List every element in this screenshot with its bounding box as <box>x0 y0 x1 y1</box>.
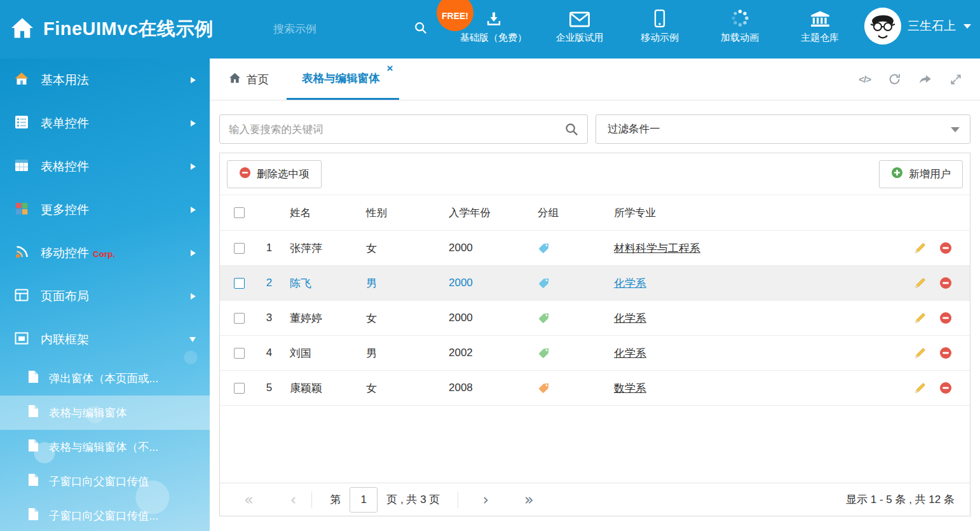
sidebar-subitem-grid-edit-window[interactable]: 表格与编辑窗体 <box>0 396 210 430</box>
delete-selected-button[interactable]: 删除选中项 <box>227 160 322 188</box>
sidebar-item-label: 基本用法 <box>41 72 89 88</box>
edit-pencil-icon[interactable] <box>914 312 927 324</box>
sidebar-item-label: 表单控件 <box>41 115 89 132</box>
cell-gender: 女 <box>360 381 442 396</box>
delete-row-icon[interactable] <box>939 312 952 324</box>
mobile-icon <box>654 8 665 27</box>
major-link[interactable]: 化学系 <box>614 277 646 289</box>
chevron-right-icon <box>191 207 196 213</box>
minus-circle-icon <box>239 167 251 181</box>
sidebar-item-basic-usage[interactable]: 基本用法 <box>0 59 210 102</box>
select-all-checkbox[interactable] <box>234 207 245 218</box>
major-link[interactable]: 化学系 <box>614 347 646 359</box>
column-header-major[interactable]: 所学专业 <box>608 206 892 220</box>
keyword-search-input[interactable] <box>220 115 587 143</box>
sidebar-item-page-layout[interactable]: 页面布局 <box>0 275 210 318</box>
sidebar-item-iframe[interactable]: 内联框架 <box>0 318 210 361</box>
search-icon[interactable] <box>564 122 579 139</box>
sidebar-subitem-child-to-parent[interactable]: 子窗口向父窗口传值 <box>0 464 210 499</box>
row-checkbox[interactable] <box>234 243 245 254</box>
cell-year: 2008 <box>442 382 531 394</box>
tab-label: 首页 <box>247 72 269 87</box>
cell-name: 陈飞 <box>283 276 360 291</box>
sidebar-item-grid-controls[interactable]: 表格控件 <box>0 145 210 188</box>
major-link[interactable]: 化学系 <box>614 312 646 324</box>
tag-icon <box>538 277 550 289</box>
grid-empty-area <box>220 406 970 483</box>
source-code-icon[interactable]: </> <box>859 74 871 85</box>
nav-item-theme-store[interactable]: 主题仓库 <box>793 8 847 44</box>
nav-item-mobile-demo[interactable]: 移动示例 <box>632 8 687 44</box>
next-page-button[interactable]: › <box>482 492 489 507</box>
column-header-name[interactable]: 姓名 <box>283 206 360 220</box>
refresh-icon[interactable] <box>888 72 901 86</box>
cell-name: 张萍萍 <box>283 241 360 256</box>
page-prefix: 第 <box>330 492 341 507</box>
delete-row-icon[interactable] <box>939 382 952 394</box>
table-row[interactable]: 4 刘国 男 2002 化学系 <box>220 336 970 371</box>
sidebar-item-more-controls[interactable]: 更多控件 <box>0 188 210 231</box>
sidebar-item-mobile-controls[interactable]: 移动控件 Corp. <box>0 231 210 275</box>
page-number-input[interactable] <box>350 487 378 513</box>
file-icon <box>28 473 39 490</box>
filter-dropdown-value: 过滤条件一 <box>608 122 660 136</box>
last-page-button[interactable]: » <box>524 492 534 507</box>
delete-row-icon[interactable] <box>939 277 952 289</box>
chevron-down-icon <box>189 337 196 342</box>
header-search-input[interactable] <box>273 23 414 36</box>
major-link[interactable]: 数学系 <box>614 382 646 394</box>
sidebar-item-form-controls[interactable]: 表单控件 <box>0 102 210 145</box>
sidebar-item-label: 内联框架 <box>41 331 89 348</box>
close-icon[interactable]: × <box>387 63 393 74</box>
table-icon <box>14 158 29 176</box>
first-page-button[interactable]: « <box>244 492 254 507</box>
add-user-button[interactable]: 新增用户 <box>879 160 963 188</box>
edit-pencil-icon[interactable] <box>914 382 927 394</box>
row-checkbox[interactable] <box>234 348 245 359</box>
sidebar-subitem-label: 表格与编辑窗体 <box>49 405 127 420</box>
table-row[interactable]: 2 陈飞 男 2000 化学系 <box>220 266 970 301</box>
home-icon[interactable] <box>10 17 34 41</box>
filter-dropdown[interactable]: 过滤条件一 <box>595 114 970 144</box>
header-search <box>273 19 404 39</box>
bank-icon <box>810 8 830 27</box>
edit-pencil-icon[interactable] <box>914 347 927 359</box>
edit-pencil-icon[interactable] <box>914 277 927 289</box>
table-row[interactable]: 5 康颖颖 女 2008 数学系 <box>220 371 970 406</box>
column-header-year[interactable]: 入学年份 <box>442 206 531 220</box>
search-icon[interactable] <box>414 21 428 38</box>
row-checkbox[interactable] <box>234 383 245 394</box>
grid-panel: 删除选中项 新增用户 姓名 性别 入学年份 分组 所学专业 <box>219 153 970 516</box>
sidebar-subitem-child-to-parent-2[interactable]: 子窗口向父窗口传值... <box>0 499 210 531</box>
user-menu[interactable]: 三生石上 <box>864 8 971 45</box>
edit-pencil-icon[interactable] <box>914 242 927 254</box>
delete-row-icon[interactable] <box>939 242 952 254</box>
nav-item-loading-animation[interactable]: 加载动画 <box>712 8 767 44</box>
nav-item-enterprise-trial[interactable]: 企业版试用 <box>552 8 607 44</box>
row-checkbox[interactable] <box>234 278 245 289</box>
keyword-search <box>219 114 588 144</box>
row-index: 1 <box>255 242 283 254</box>
chevron-right-icon <box>191 163 196 170</box>
file-icon <box>28 370 39 387</box>
major-link[interactable]: 材料科学与工程系 <box>614 242 700 254</box>
column-header-gender[interactable]: 性别 <box>360 206 442 220</box>
sidebar-subitem-grid-edit-window-2[interactable]: 表格与编辑窗体（不... <box>0 430 210 464</box>
prev-page-button[interactable]: ‹ <box>290 492 297 507</box>
pager-divider <box>311 492 312 508</box>
signal-icon <box>14 244 29 263</box>
delete-row-icon[interactable] <box>939 347 952 359</box>
tab-grid-edit-window[interactable]: 表格与编辑窗体 × <box>287 59 399 100</box>
table-row[interactable]: 1 张萍萍 女 2000 材料科学与工程系 <box>220 231 970 266</box>
sidebar-subitem-popup-window[interactable]: 弹出窗体（本页面或... <box>0 361 210 396</box>
expand-icon[interactable] <box>949 73 962 86</box>
nav-item-basic-edition[interactable]: 基础版（免费） <box>460 8 527 44</box>
tab-home[interactable]: 首页 <box>210 59 287 100</box>
row-checkbox[interactable] <box>234 313 245 324</box>
column-header-group[interactable]: 分组 <box>531 206 608 220</box>
share-forward-icon[interactable] <box>918 72 932 86</box>
layout-icon <box>14 287 29 306</box>
table-row[interactable]: 3 董婷婷 女 2000 化学系 <box>220 301 970 336</box>
chevron-right-icon <box>191 250 196 256</box>
sidebar-item-label: 更多控件 <box>41 202 89 218</box>
